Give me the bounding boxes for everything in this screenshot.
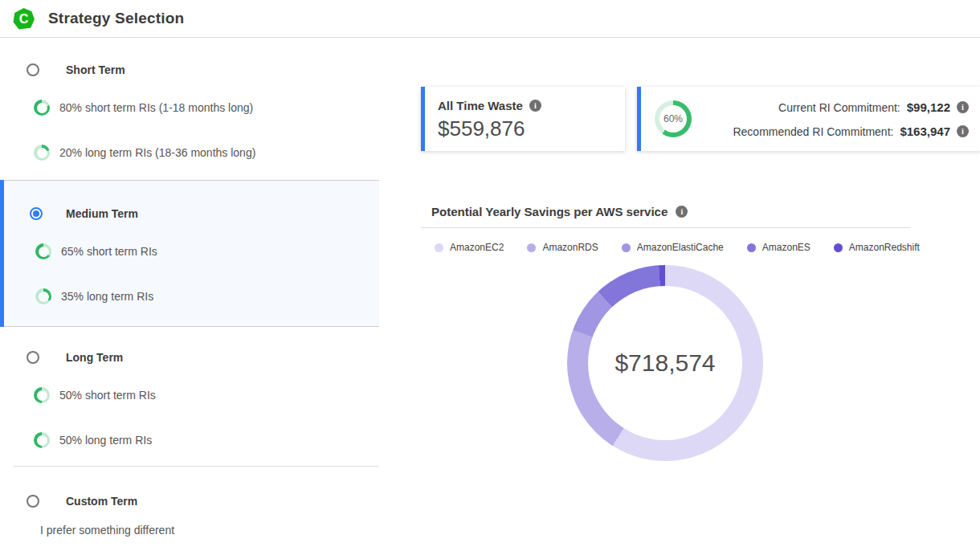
- allocation-label: 35% long term RIs: [61, 290, 153, 303]
- legend-label: AmazonES: [762, 242, 811, 253]
- allocation-row: 50% long term RIs: [34, 432, 152, 448]
- info-icon[interactable]: i: [957, 125, 969, 137]
- strategy-label: Custom Term: [66, 495, 137, 508]
- current-ri-commitment-row: Current RI Commitment: $99,122 i: [778, 100, 969, 114]
- legend-item[interactable]: AmazonRDS: [527, 242, 598, 253]
- allocation-ring-icon: [34, 100, 50, 116]
- all-time-waste-card: All Time Waste i $559,876: [421, 87, 625, 151]
- app-logo-icon: C: [13, 8, 35, 30]
- legend-item[interactable]: AmazonElastiCache: [622, 242, 724, 253]
- waste-card-title: All Time Waste: [438, 99, 523, 112]
- recommended-ri-commitment-row: Recommended RI Commitment: $163,947 i: [733, 124, 969, 138]
- selected-strategy-accent-bar: [0, 180, 4, 327]
- chart-header: Potential Yearly Savings per AWS service…: [431, 205, 688, 218]
- strategy-label: Short Term: [66, 63, 125, 76]
- info-icon[interactable]: i: [957, 101, 969, 113]
- utilization-percent: 60%: [659, 105, 687, 133]
- strategy-label: Long Term: [66, 351, 123, 364]
- legend-dot-icon: [747, 243, 756, 252]
- allocation-ring-icon: [35, 288, 51, 304]
- legend-label: AmazonElastiCache: [637, 242, 724, 253]
- allocation-row: 50% short term RIs: [34, 387, 156, 403]
- page-title: Strategy Selection: [48, 10, 184, 27]
- radio-long-term[interactable]: [27, 351, 39, 364]
- strategy-option-medium-term[interactable]: Medium Term: [30, 207, 138, 220]
- current-ri-commitment-label: Current RI Commitment:: [778, 101, 900, 114]
- allocation-label: 80% short term RIs (1-18 months long): [59, 101, 253, 114]
- savings-donut-chart: $718,574: [567, 265, 763, 461]
- legend-label: AmazonRDS: [542, 242, 598, 253]
- custom-term-note: I prefer something different: [40, 524, 174, 537]
- info-icon[interactable]: i: [529, 100, 541, 112]
- allocation-label: 65% short term RIs: [61, 245, 157, 258]
- allocation-label: 20% long term RIs (18-36 months long): [59, 146, 255, 159]
- legend-dot-icon: [622, 243, 631, 252]
- legend-label: AmazonRedshift: [849, 242, 920, 253]
- chart-divider: [421, 227, 910, 228]
- allocation-ring-icon: [34, 145, 50, 161]
- strategy-option-custom-term[interactable]: Custom Term: [27, 495, 137, 508]
- section-divider: [13, 466, 379, 467]
- strategy-label: Medium Term: [66, 207, 138, 220]
- allocation-row: 80% short term RIs (1-18 months long): [34, 100, 253, 116]
- allocation-row: 65% short term RIs: [35, 243, 157, 259]
- donut-center-value: $718,574: [567, 265, 763, 461]
- allocation-label: 50% long term RIs: [59, 434, 152, 447]
- legend-dot-icon: [435, 243, 443, 252]
- info-icon[interactable]: i: [676, 206, 688, 218]
- allocation-ring-icon: [35, 243, 51, 259]
- allocation-ring-icon: [34, 387, 50, 403]
- chart-title: Potential Yearly Savings per AWS service: [431, 205, 668, 218]
- radio-short-term[interactable]: [27, 63, 39, 76]
- allocation-ring-icon: [34, 432, 50, 448]
- allocation-row: 20% long term RIs (18-36 months long): [34, 145, 255, 161]
- allocation-row: 35% long term RIs: [35, 288, 153, 304]
- page-header: C Strategy Selection: [0, 0, 980, 38]
- recommended-ri-commitment-value: $163,947: [900, 124, 950, 138]
- legend-item[interactable]: AmazonEC2: [435, 242, 504, 253]
- waste-value: $559,876: [438, 116, 625, 141]
- legend-item[interactable]: AmazonES: [747, 242, 811, 253]
- ri-commitment-card: 60% Current RI Commitment: $99,122 i Rec…: [637, 87, 980, 151]
- radio-custom-term[interactable]: [27, 495, 39, 508]
- recommended-ri-commitment-label: Recommended RI Commitment:: [733, 125, 893, 138]
- legend-dot-icon: [527, 243, 536, 252]
- legend-dot-icon: [834, 243, 843, 252]
- strategy-option-long-term[interactable]: Long Term: [27, 351, 123, 364]
- allocation-label: 50% short term RIs: [59, 389, 156, 402]
- chart-legend: AmazonEC2AmazonRDSAmazonElastiCacheAmazo…: [435, 242, 920, 253]
- legend-item[interactable]: AmazonRedshift: [834, 242, 920, 253]
- utilization-donut: 60%: [655, 100, 692, 137]
- strategy-option-short-term[interactable]: Short Term: [27, 63, 125, 76]
- current-ri-commitment-value: $99,122: [907, 100, 950, 114]
- radio-medium-term[interactable]: [30, 207, 43, 220]
- legend-label: AmazonEC2: [450, 242, 504, 253]
